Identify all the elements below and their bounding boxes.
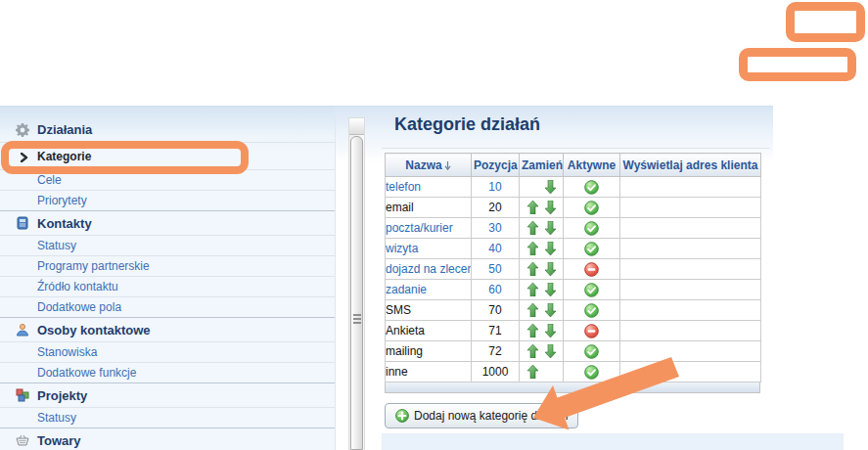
annotation-rect-top [786,2,865,42]
sidebar-item-statusy[interactable]: Statusy [0,408,335,428]
sidebar-item-kategorie[interactable]: Kategorie [0,143,335,170]
sidebar-label: Priorytety [37,194,87,207]
reorder-cell [520,259,564,280]
table-row-zadanie: zadanie60 [386,280,761,300]
move-up-icon[interactable] [527,242,538,255]
sidebar-item-r-d-o-kontaktu[interactable]: Źródło kontaktu [0,277,335,297]
table-row-telefon: telefon10 [386,177,761,198]
active-check-icon[interactable] [584,344,599,359]
move-down-icon[interactable] [545,344,556,358]
move-up-icon[interactable] [527,221,538,235]
category-name: Ankieta [386,324,425,338]
reorder-cell [520,362,564,382]
sidebar-item-priorytety[interactable]: Priorytety [0,191,335,211]
active-check-icon[interactable] [584,201,599,215]
column-header-pozycja[interactable]: Pozycja [472,154,520,177]
category-name-cell[interactable]: wizyta [386,239,472,259]
active-check-icon[interactable] [584,242,599,256]
category-name-cell[interactable]: telefon [386,177,472,198]
sidebar-item-dodatkowe-funkcje[interactable]: Dodatkowe funkcje [0,363,335,383]
sidebar-item-cele[interactable]: Cele [0,170,335,191]
table-row-email: email20 [386,198,761,218]
active-check-icon[interactable] [584,303,599,318]
category-name[interactable]: zadanie [386,283,427,296]
sidebar-scrollbar[interactable] [348,117,365,450]
category-name-cell[interactable]: poczta/kurier [386,218,472,239]
column-label: Wyświetlaj adres klienta [623,158,758,172]
page: DziałaniaKategorieCelePriorytetyKontakty… [0,0,868,450]
client-address-cell [620,198,761,218]
client-address-cell [620,259,761,280]
sidebar-item-statusy[interactable]: Statusy [0,236,335,256]
column-header-zamie[interactable]: Zamień [520,154,564,177]
client-address-cell [620,341,761,362]
sidebar-label: Dodatkowe funkcje [37,366,136,380]
move-down-icon[interactable] [545,242,556,255]
active-check-icon[interactable] [584,365,599,380]
active-check-icon[interactable] [584,283,599,297]
sidebar-item-programy-partnerskie[interactable]: Programy partnerskie [0,256,335,277]
position-value: 10 [488,180,501,194]
sidebar-item-dodatkowe-pola[interactable]: Dodatkowe pola [0,297,335,318]
person-icon [16,323,29,337]
position-cell: 10 [472,177,520,198]
move-up-icon[interactable] [527,365,538,379]
add-category-button[interactable]: Dodaj nową kategorię działań [385,403,578,428]
inactive-minus-icon[interactable] [584,324,599,338]
move-down-icon[interactable] [545,180,556,194]
sidebar-item-stanowiska[interactable]: Stanowiska [0,342,335,363]
move-up-icon[interactable] [527,201,538,214]
page-title: Kategorie działań [394,114,540,135]
reorder-cell [520,341,564,362]
active-check-icon[interactable] [584,180,599,195]
category-name[interactable]: telefon [386,180,421,194]
position-cell: 60 [472,280,520,300]
move-up-icon[interactable] [527,303,538,317]
grid-footer-bar [385,382,760,393]
column-header-aktywne[interactable]: Aktywne [564,154,620,177]
client-address-cell [620,218,761,239]
category-name-cell[interactable]: dojazd na zlecenie [386,259,472,280]
category-name-cell: email [386,198,472,218]
active-cell [564,239,620,259]
column-header-nazwa[interactable]: Nazwa [386,154,472,177]
table-header-row: NazwaPozycjaZamieńAktywneWyświetlaj adre… [386,154,761,177]
move-up-icon[interactable] [527,262,538,276]
active-check-icon[interactable] [584,221,599,236]
sidebar-label: Źródło kontaktu [37,280,118,293]
sidebar-label: Cele [37,173,62,187]
active-cell [564,198,620,218]
reorder-cell [520,177,564,198]
move-down-icon[interactable] [545,303,556,317]
category-name-cell: mailing [386,341,472,362]
client-address-cell [620,177,761,198]
cubes-icon [16,388,29,402]
category-name-cell[interactable]: zadanie [386,280,472,300]
column-label: Nazwa [405,158,441,172]
main-panel: Kategorie działań NazwaPozycjaZamieńAkty… [382,107,770,450]
reorder-cell [520,280,564,300]
move-up-icon[interactable] [527,344,538,358]
sidebar-label: Programy partnerskie [37,259,150,273]
position-cell: 70 [472,300,520,321]
client-address-cell [620,362,761,382]
move-down-icon[interactable] [545,324,556,338]
move-up-icon[interactable] [527,324,538,338]
inactive-minus-icon[interactable] [584,262,599,277]
move-down-icon[interactable] [545,283,556,296]
move-up-icon[interactable] [527,283,538,296]
category-name[interactable]: wizyta [386,242,418,255]
table-row-inne: inne1000 [386,362,761,382]
category-name[interactable]: poczta/kurier [386,221,453,235]
move-down-icon[interactable] [545,221,556,235]
table-row-ankieta: Ankieta71 [386,321,761,341]
sidebar-label: Statusy [37,239,76,252]
move-down-icon[interactable] [545,201,556,214]
position-value: 20 [488,201,501,214]
scrollbar-thumb[interactable] [350,136,363,450]
scroll-up-button[interactable] [349,118,364,135]
position-cell: 1000 [472,362,520,382]
move-down-icon[interactable] [545,262,556,276]
category-name[interactable]: dojazd na zlecenie [386,262,472,276]
column-header-wy-wietlaj-adres-klienta[interactable]: Wyświetlaj adres klienta [620,154,761,177]
